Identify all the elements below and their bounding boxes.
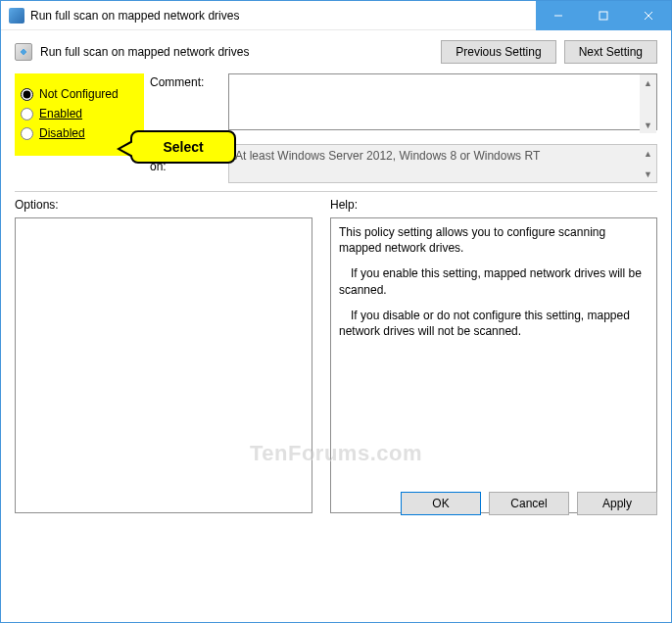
help-text-2: If you enable this setting, mapped netwo… [339, 265, 648, 297]
app-icon [9, 8, 24, 24]
help-text-1: This policy setting allows you to config… [339, 224, 648, 256]
radio-not-configured[interactable]: Not Configured [21, 87, 138, 101]
options-label: Options: [15, 198, 312, 212]
svg-rect-1 [600, 12, 607, 20]
radio-disabled[interactable]: Disabled [21, 126, 138, 140]
scroll-up-icon[interactable]: ▲ [640, 145, 656, 162]
policy-title: Run full scan on mapped network drives [40, 45, 249, 59]
scroll-down-icon[interactable]: ▼ [640, 166, 656, 182]
lower-panes: Options: Help: This policy setting allow… [15, 198, 657, 513]
radio-not-configured-input[interactable] [21, 88, 33, 101]
radio-disabled-label: Disabled [39, 126, 85, 140]
next-setting-button[interactable]: Next Setting [564, 40, 657, 64]
help-pane: This policy setting allows you to config… [330, 217, 657, 513]
policy-icon [15, 43, 32, 61]
radio-disabled-input[interactable] [21, 127, 33, 140]
settings-grid: Not Configured Enabled Disabled Select C… [15, 73, 657, 183]
dialog-buttons: OK Cancel Apply [401, 492, 657, 515]
titlebar: Run full scan on mapped network drives [1, 1, 671, 30]
apply-button[interactable]: Apply [577, 492, 657, 515]
comment-scrollbar[interactable]: ▲ ▼ [640, 74, 656, 133]
radio-enabled-label: Enabled [39, 107, 82, 120]
previous-setting-button[interactable]: Previous Setting [441, 40, 555, 64]
header-row: Run full scan on mapped network drives P… [15, 40, 657, 64]
state-radio-group: Not Configured Enabled Disabled Select [15, 73, 144, 156]
close-button[interactable] [626, 1, 671, 30]
minimize-button[interactable] [536, 1, 581, 30]
ok-button[interactable]: OK [401, 492, 481, 515]
maximize-button[interactable] [581, 1, 626, 30]
comment-label: Comment: [150, 73, 222, 89]
options-pane [15, 217, 312, 513]
select-annotation: Select [130, 130, 236, 164]
cancel-button[interactable]: Cancel [489, 492, 569, 515]
comment-field[interactable] [228, 73, 657, 130]
supported-on-wrap: At least Windows Server 2012, Windows 8 … [228, 144, 657, 183]
help-label: Help: [330, 198, 657, 212]
help-text-3: If you disable or do not configure this … [339, 308, 648, 339]
divider [15, 191, 657, 192]
supported-scrollbar[interactable]: ▲ ▼ [640, 145, 656, 182]
scroll-down-icon[interactable]: ▼ [640, 117, 656, 133]
radio-enabled[interactable]: Enabled [21, 107, 138, 120]
radio-enabled-input[interactable] [21, 108, 33, 120]
comment-field-wrap: ▲ ▼ [228, 73, 657, 134]
supported-on-field: At least Windows Server 2012, Windows 8 … [228, 144, 657, 183]
radio-not-configured-label: Not Configured [39, 87, 119, 101]
content-area: Run full scan on mapped network drives P… [1, 30, 671, 527]
window: Run full scan on mapped network drives R… [0, 0, 672, 623]
scroll-up-icon[interactable]: ▲ [640, 74, 656, 91]
select-annotation-label: Select [163, 139, 203, 155]
window-controls [536, 1, 671, 30]
window-title: Run full scan on mapped network drives [30, 9, 239, 23]
supported-on-value: At least Windows Server 2012, Windows 8 … [235, 149, 540, 163]
